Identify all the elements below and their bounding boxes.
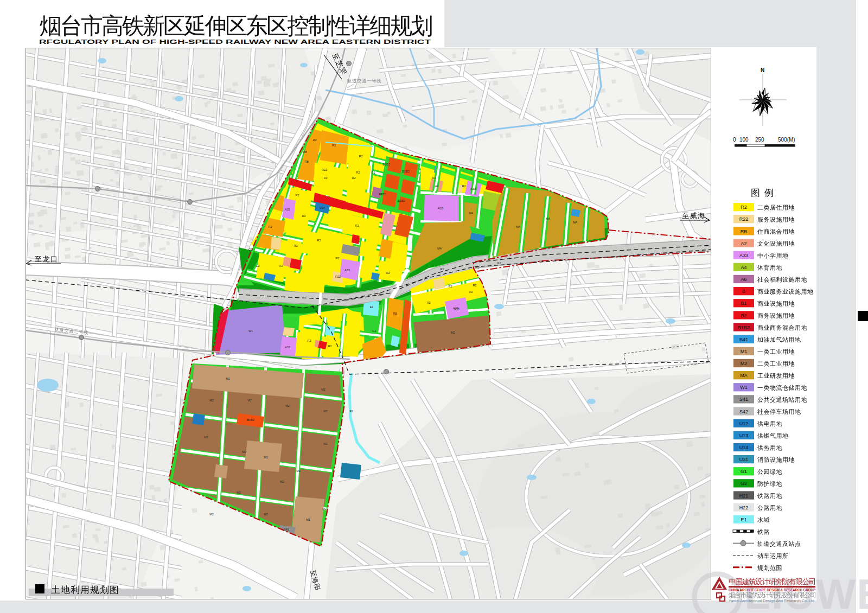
svg-text:A33: A33 xyxy=(739,253,748,258)
svg-text:RB: RB xyxy=(741,229,748,234)
svg-text:A6: A6 xyxy=(741,277,746,282)
svg-text:A4: A4 xyxy=(741,265,746,270)
svg-text:M2: M2 xyxy=(741,361,748,366)
svg-text:U14: U14 xyxy=(739,445,749,450)
svg-text:U12: U12 xyxy=(739,421,749,426)
svg-text:500(M): 500(M) xyxy=(778,137,795,143)
svg-text:A2: A2 xyxy=(741,241,746,246)
svg-text:U13: U13 xyxy=(739,433,749,438)
svg-text:B1: B1 xyxy=(741,301,746,306)
svg-text:H21: H21 xyxy=(739,493,749,499)
svg-text:B2: B2 xyxy=(741,313,746,318)
svg-text:250: 250 xyxy=(755,137,764,143)
svg-text:R2: R2 xyxy=(741,205,747,210)
svg-text:S42: S42 xyxy=(739,409,748,414)
svg-text:0: 0 xyxy=(733,137,736,143)
svg-text:N: N xyxy=(761,67,764,73)
svg-text:RFGULATORY PLAN OF HIGH-SPEED: RFGULATORY PLAN OF HIGH-SPEED RAILWAY NE… xyxy=(39,39,431,45)
svg-text:W1: W1 xyxy=(740,385,748,390)
svg-text:B41: B41 xyxy=(739,337,748,342)
svg-text:Yantai Architectrual Design An: Yantai Architectrual Design And Research… xyxy=(729,599,814,603)
svg-text:B: B xyxy=(742,289,745,294)
svg-text:B1B2: B1B2 xyxy=(738,325,750,330)
svg-text:E1: E1 xyxy=(741,517,746,522)
svg-text:G2: G2 xyxy=(741,481,747,486)
svg-text:100: 100 xyxy=(739,137,749,143)
svg-text:R22: R22 xyxy=(739,216,749,222)
svg-text:G1: G1 xyxy=(741,469,747,474)
svg-text:CHINA ARCHITECTURE DESIGN & RE: CHINA ARCHITECTURE DESIGN & RESEARCH GRO… xyxy=(729,588,815,592)
svg-text:U31: U31 xyxy=(739,457,749,462)
svg-text:M1: M1 xyxy=(741,349,748,354)
svg-text:MA: MA xyxy=(740,373,748,378)
svg-text:H22: H22 xyxy=(739,505,749,510)
svg-text:S41: S41 xyxy=(739,397,748,402)
